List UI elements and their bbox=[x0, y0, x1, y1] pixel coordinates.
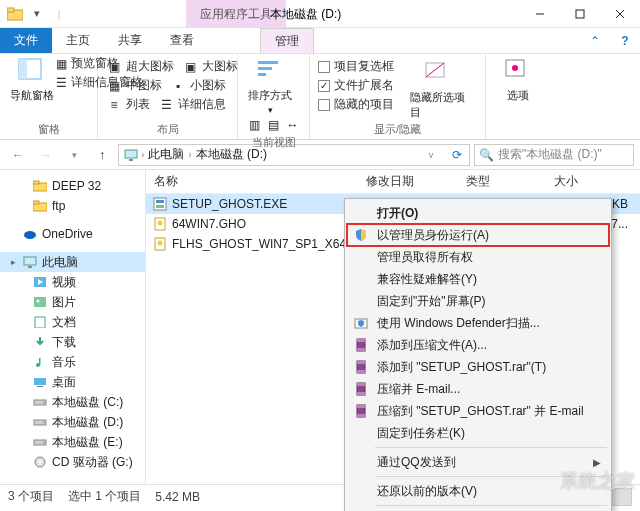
layout-xl[interactable]: ▣超大图标 bbox=[106, 58, 174, 75]
group-showhide-label: 显示/隐藏 bbox=[318, 122, 477, 137]
preview-pane-button[interactable]: ▦预览窗格 bbox=[56, 55, 89, 72]
status-size: 5.42 MB bbox=[155, 490, 200, 504]
nav-item[interactable]: 图片 bbox=[0, 292, 145, 312]
menu-item[interactable]: 还原以前的版本(V) bbox=[347, 480, 609, 502]
nav-item[interactable]: 本地磁盘 (C:) bbox=[0, 392, 145, 412]
menu-item[interactable]: 添加到 "SETUP_GHOST.rar"(T) bbox=[347, 356, 609, 378]
quick-access-toolbar: ▾ | bbox=[0, 5, 68, 23]
video-icon bbox=[32, 274, 48, 290]
view-icons-button[interactable] bbox=[610, 488, 632, 506]
minimize-button[interactable] bbox=[520, 0, 560, 28]
nav-item[interactable]: 本地磁盘 (D:) bbox=[0, 412, 145, 432]
menu-item[interactable]: 打开(O) bbox=[347, 202, 609, 224]
menu-item-label: 压缩并 E-mail... bbox=[377, 381, 460, 398]
file-icon bbox=[152, 196, 168, 212]
sort-button[interactable]: 排序方式▾ bbox=[246, 58, 294, 115]
menu-item[interactable]: 固定到"开始"屏幕(P) bbox=[347, 290, 609, 312]
pc-icon bbox=[123, 147, 139, 163]
nav-item[interactable]: 视频 bbox=[0, 272, 145, 292]
close-button[interactable] bbox=[600, 0, 640, 28]
nav-item-label: 文档 bbox=[52, 314, 76, 331]
menu-item[interactable]: 通过QQ发送到▶ bbox=[347, 451, 609, 473]
rar-icon bbox=[353, 403, 369, 419]
nav-item[interactable]: ▸此电脑 bbox=[0, 252, 145, 272]
svg-rect-31 bbox=[34, 378, 46, 385]
layout-details[interactable]: ☰详细信息 bbox=[158, 96, 226, 113]
nav-item[interactable]: ftp bbox=[0, 196, 145, 216]
menu-item[interactable]: 压缩到 "SETUP_GHOST.rar" 并 E-mail bbox=[347, 400, 609, 422]
layout-m[interactable]: ▦中图标 bbox=[106, 77, 162, 94]
menu-item-label: 使用 Windows Defender扫描... bbox=[377, 315, 540, 332]
nav-item[interactable]: ▸网络 bbox=[0, 480, 145, 484]
size-columns-icon[interactable]: ↔ bbox=[285, 117, 301, 133]
nav-item-label: DEEP 32 bbox=[52, 179, 101, 193]
svg-point-36 bbox=[43, 422, 45, 424]
nav-tree[interactable]: DEEP 32ftpOneDrive▸此电脑视频图片文档下载音乐桌面本地磁盘 (… bbox=[0, 170, 146, 484]
tab-manage[interactable]: 管理 bbox=[260, 28, 314, 53]
maximize-button[interactable] bbox=[560, 0, 600, 28]
crumb-root[interactable]: 此电脑 bbox=[146, 146, 186, 163]
nav-item[interactable]: DEEP 32 bbox=[0, 176, 145, 196]
recent-button[interactable]: ▾ bbox=[62, 143, 86, 167]
help-button[interactable]: ? bbox=[610, 28, 640, 53]
nav-item[interactable]: 下载 bbox=[0, 332, 145, 352]
status-count: 3 个项目 bbox=[8, 488, 54, 505]
add-columns-icon[interactable]: ▤ bbox=[266, 117, 282, 133]
nav-item[interactable]: 文档 bbox=[0, 312, 145, 332]
nav-item[interactable]: 桌面 bbox=[0, 372, 145, 392]
menu-item[interactable]: 添加到压缩文件(A)... bbox=[347, 334, 609, 356]
options-button[interactable]: 选项 bbox=[494, 58, 542, 103]
context-menu: 打开(O)以管理员身份运行(A)管理员取得所有权兼容性疑难解答(Y)固定到"开始… bbox=[344, 198, 612, 511]
history-dropdown[interactable]: v bbox=[419, 143, 443, 167]
menu-item[interactable]: 管理员取得所有权 bbox=[347, 246, 609, 268]
group-by-icon[interactable]: ▥ bbox=[247, 117, 263, 133]
rar-icon bbox=[353, 381, 369, 397]
pc-icon bbox=[22, 254, 38, 270]
nav-item[interactable]: CD 驱动器 (G:) bbox=[0, 452, 145, 472]
menu-item[interactable]: 压缩并 E-mail... bbox=[347, 378, 609, 400]
tab-home[interactable]: 主页 bbox=[52, 28, 104, 53]
onedrive-icon bbox=[22, 226, 38, 242]
col-type[interactable]: 类型 bbox=[458, 173, 546, 190]
menu-item[interactable]: 以管理员身份运行(A) bbox=[347, 224, 609, 246]
svg-rect-26 bbox=[34, 297, 46, 307]
tab-view[interactable]: 查看 bbox=[156, 28, 208, 53]
svg-rect-62 bbox=[357, 405, 365, 408]
refresh-button[interactable]: ⟳ bbox=[445, 143, 469, 167]
folder-icon bbox=[32, 198, 48, 214]
up-button[interactable]: ↑ bbox=[90, 143, 114, 167]
svg-point-27 bbox=[37, 300, 40, 303]
nav-item[interactable]: 本地磁盘 (E:) bbox=[0, 432, 145, 452]
tab-share[interactable]: 共享 bbox=[104, 28, 156, 53]
menu-item-label: 固定到任务栏(K) bbox=[377, 425, 465, 442]
nav-item[interactable]: 音乐 bbox=[0, 352, 145, 372]
col-size[interactable]: 大小 bbox=[546, 173, 640, 190]
qat-divider: | bbox=[50, 5, 68, 23]
hide-selected-button[interactable]: 隐藏所选项目 bbox=[410, 60, 466, 120]
svg-rect-30 bbox=[39, 358, 41, 365]
col-name[interactable]: 名称 bbox=[146, 173, 358, 190]
menu-item[interactable]: 使用 Windows Defender扫描... bbox=[347, 312, 609, 334]
layout-l[interactable]: ▣大图标 bbox=[182, 58, 238, 75]
svg-rect-20 bbox=[33, 201, 39, 204]
layout-s[interactable]: ▪小图标 bbox=[170, 77, 226, 94]
nav-item[interactable]: OneDrive bbox=[0, 224, 145, 244]
nav-pane-button[interactable]: 导航窗格 bbox=[8, 58, 56, 103]
qat-toggle-icon[interactable]: ▾ bbox=[28, 5, 46, 23]
col-date[interactable]: 修改日期 bbox=[358, 173, 458, 190]
svg-rect-22 bbox=[24, 257, 36, 265]
nav-item-label: 网络 bbox=[42, 482, 66, 485]
layout-list[interactable]: ≡列表 bbox=[106, 96, 150, 113]
svg-rect-60 bbox=[357, 392, 365, 395]
menu-item[interactable]: 固定到任务栏(K) bbox=[347, 422, 609, 444]
drive-icon bbox=[32, 394, 48, 410]
svg-rect-15 bbox=[125, 150, 137, 158]
column-headers[interactable]: 名称 修改日期 类型 大小 bbox=[146, 170, 640, 194]
ribbon-collapse-button[interactable]: ⌃ bbox=[580, 28, 610, 53]
menu-item[interactable]: 兼容性疑难解答(Y) bbox=[347, 268, 609, 290]
tab-file[interactable]: 文件 bbox=[0, 28, 52, 53]
back-button[interactable]: ← bbox=[6, 143, 30, 167]
search-input[interactable]: 🔍 搜索"本地磁盘 (D:)" bbox=[474, 144, 634, 166]
file-name: SETUP_GHOST.EXE bbox=[172, 197, 372, 211]
details-pane-button[interactable]: ☰详细信息窗格 bbox=[56, 74, 89, 91]
